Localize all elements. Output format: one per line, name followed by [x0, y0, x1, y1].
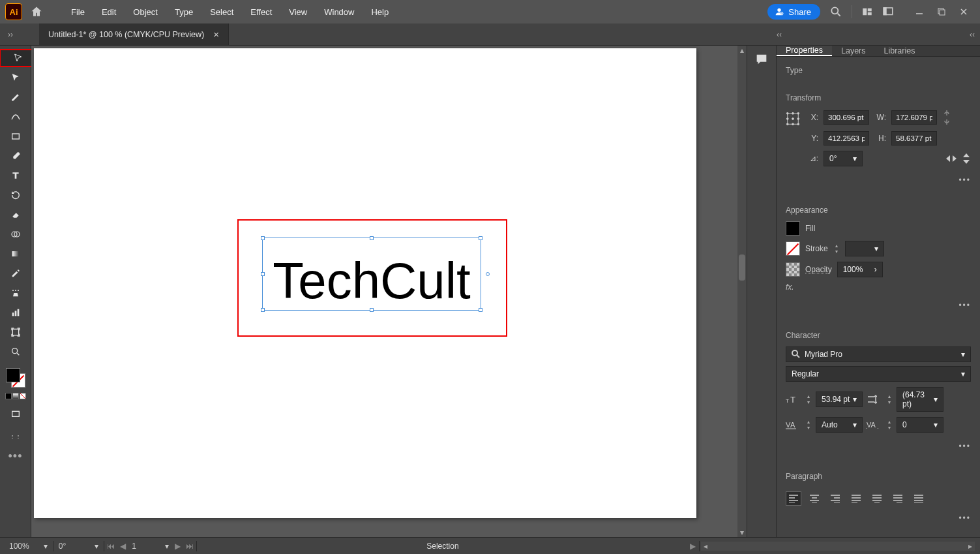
paragraph-more[interactable]: ••• — [777, 512, 980, 527]
shape-builder-tool[interactable] — [5, 226, 26, 243]
leading-input[interactable]: (64.73 pt)▾ — [897, 387, 943, 412]
direct-selection-tool[interactable] — [5, 69, 26, 86]
align-right-button[interactable] — [827, 491, 843, 506]
tracking-stepper[interactable]: ▴▾ — [886, 419, 893, 431]
edit-toolbar[interactable]: ⋮⋮ — [5, 428, 26, 445]
menu-window[interactable]: Window — [316, 7, 363, 17]
x-input[interactable] — [824, 110, 869, 125]
font-family-dropdown[interactable]: Myriad Pro ▾ — [786, 346, 971, 362]
scroll-down-icon[interactable]: ▾ — [737, 528, 747, 537]
eyedropper-tool[interactable] — [5, 265, 26, 282]
artboard[interactable]: TechCult — [34, 48, 696, 518]
screen-mode-tool[interactable] — [5, 406, 26, 423]
artboard-number[interactable]: 1▾ — [128, 542, 173, 551]
home-icon[interactable] — [30, 5, 43, 18]
minimize-button[interactable] — [908, 5, 930, 18]
tracking-input[interactable]: 0▾ — [897, 417, 943, 433]
kerning-stepper[interactable]: ▴▾ — [805, 419, 812, 431]
status-menu-icon[interactable]: ▶ — [687, 541, 698, 551]
transform-more[interactable]: ••• — [777, 174, 980, 189]
gradient-tool[interactable] — [5, 245, 26, 262]
flip-horizontal-icon[interactable] — [946, 154, 957, 163]
h-input[interactable] — [891, 131, 937, 146]
tab-properties[interactable]: Properties — [777, 46, 832, 56]
align-left-button[interactable] — [786, 491, 801, 506]
search-icon[interactable] — [829, 5, 842, 18]
maximize-button[interactable] — [930, 5, 953, 18]
curvature-tool[interactable] — [5, 108, 26, 125]
rotate-tool[interactable] — [5, 187, 26, 204]
font-style-dropdown[interactable]: Regular▾ — [786, 366, 971, 382]
leading-stepper[interactable]: ▴▾ — [886, 393, 893, 405]
last-artboard-button[interactable]: ⏭ — [185, 541, 195, 551]
menu-object[interactable]: Object — [125, 7, 166, 17]
menu-effect[interactable]: Effect — [242, 7, 280, 17]
workspace-icon[interactable] — [882, 6, 894, 18]
justify-right-button[interactable] — [890, 491, 906, 506]
kerning-input[interactable]: Auto▾ — [816, 417, 863, 433]
more-tools[interactable]: ••• — [5, 448, 26, 465]
color-mode-gradient[interactable] — [12, 393, 19, 399]
reference-point-icon[interactable] — [786, 112, 800, 126]
justify-left-button[interactable] — [848, 491, 864, 506]
arrange-icon[interactable] — [861, 6, 873, 18]
scroll-right-icon[interactable]: ▸ — [966, 542, 975, 551]
appearance-more[interactable]: ••• — [777, 300, 980, 314]
panel-toggle-left-icon[interactable]: ‹‹ — [777, 30, 782, 39]
symbol-sprayer-tool[interactable] — [5, 285, 26, 301]
eraser-tool[interactable] — [5, 206, 26, 223]
prev-artboard-button[interactable]: ◀ — [117, 541, 128, 551]
stroke-weight-input[interactable]: ▾ — [845, 241, 884, 256]
horizontal-scrollbar[interactable]: ◂ ▸ — [701, 542, 975, 551]
comments-icon[interactable] — [754, 52, 769, 67]
vertical-scrollbar[interactable]: ▴ ▾ — [737, 46, 747, 537]
type-tool[interactable] — [5, 167, 26, 184]
zoom-level[interactable]: 100%▾ — [5, 542, 52, 551]
stroke-weight-stepper[interactable]: ▴▾ — [833, 243, 840, 254]
toolbar-toggle-icon[interactable]: ›› — [8, 30, 13, 39]
w-input[interactable] — [891, 110, 937, 125]
panel-toggle-right-icon[interactable]: ‹‹ — [970, 30, 975, 39]
share-button[interactable]: Share — [767, 4, 820, 20]
fill-swatch[interactable] — [6, 368, 20, 382]
pen-tool[interactable] — [5, 89, 26, 106]
text-object[interactable]: TechCult — [262, 244, 481, 317]
first-artboard-button[interactable]: ⏮ — [106, 541, 116, 551]
menu-type[interactable]: Type — [166, 7, 201, 17]
color-mode-solid[interactable] — [5, 393, 12, 399]
flip-vertical-icon[interactable] — [962, 153, 971, 164]
stroke-color-swatch[interactable] — [786, 241, 800, 256]
close-button[interactable] — [953, 5, 975, 18]
menu-view[interactable]: View — [280, 7, 316, 17]
constrain-proportions-icon[interactable] — [942, 109, 951, 126]
scroll-left-icon[interactable]: ◂ — [701, 542, 710, 551]
vscroll-thumb[interactable] — [739, 254, 745, 281]
menu-edit[interactable]: Edit — [93, 7, 125, 17]
rectangle-tool[interactable] — [5, 128, 26, 145]
fill-stroke-swatches[interactable] — [6, 368, 25, 388]
justify-center-button[interactable] — [869, 491, 885, 506]
graph-tool[interactable] — [5, 304, 26, 321]
justify-all-button[interactable] — [911, 491, 927, 506]
rotation-level[interactable]: 0°▾ — [55, 542, 102, 551]
menu-select[interactable]: Select — [201, 7, 242, 17]
fill-color-swatch[interactable] — [786, 221, 800, 236]
artboard-tool[interactable] — [5, 324, 26, 341]
zoom-tool[interactable] — [5, 343, 26, 360]
angle-input[interactable]: 0°▾ — [824, 151, 863, 166]
scroll-up-icon[interactable]: ▴ — [737, 46, 747, 55]
next-artboard-button[interactable]: ▶ — [173, 541, 183, 551]
document-tab[interactable]: Untitled-1* @ 100 % (CMYK/CPU Preview) × — [39, 23, 229, 45]
character-more[interactable]: ••• — [777, 440, 980, 455]
tab-libraries[interactable]: Libraries — [875, 46, 925, 56]
color-mode-none[interactable] — [20, 393, 26, 399]
opacity-swatch[interactable] — [786, 262, 800, 277]
canvas-area[interactable]: TechCult ▴ ▾ — [31, 46, 747, 537]
font-size-input[interactable]: 53.94 pt▾ — [816, 392, 863, 407]
tab-layers[interactable]: Layers — [832, 46, 875, 56]
y-input[interactable] — [824, 131, 869, 146]
align-center-button[interactable] — [807, 491, 822, 506]
opacity-input[interactable]: 100%› — [837, 262, 883, 277]
menu-help[interactable]: Help — [363, 7, 397, 17]
close-tab-icon[interactable]: × — [213, 29, 219, 40]
